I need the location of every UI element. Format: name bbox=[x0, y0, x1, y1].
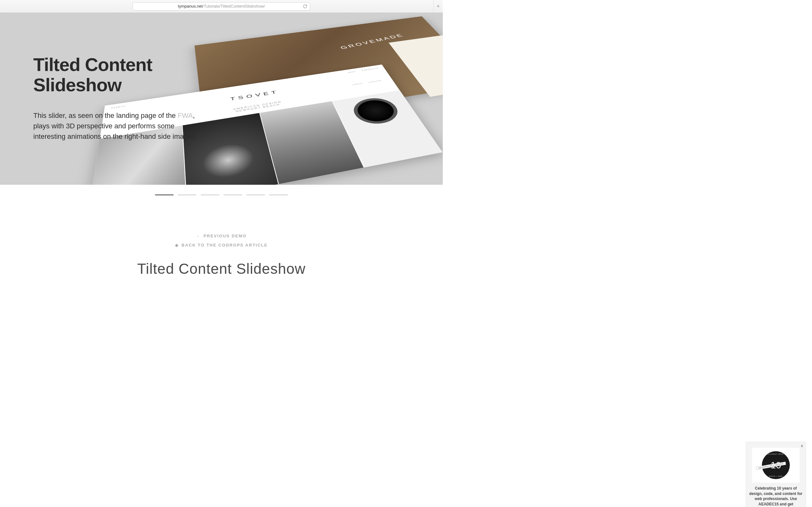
pagination-dot[interactable] bbox=[178, 194, 196, 195]
drop-icon: ◆ bbox=[175, 243, 179, 247]
address-bar[interactable]: tympanus.net/Tutorials/TiltedContentSlid… bbox=[133, 2, 310, 10]
hero-description: This slider, as seen on the landing page… bbox=[33, 110, 198, 142]
pagination-dot[interactable] bbox=[201, 194, 219, 195]
hero-section: Tilted Content Slideshow This slider, as… bbox=[0, 13, 443, 185]
hero-title: Tilted Content Slideshow bbox=[33, 55, 198, 95]
secondary-page-title: Tilted Content Slideshow bbox=[0, 260, 443, 276]
pagination-dot[interactable] bbox=[247, 194, 265, 195]
fwa-link[interactable]: FWA bbox=[177, 112, 193, 119]
watch-icon bbox=[349, 96, 404, 127]
reload-icon[interactable] bbox=[303, 4, 307, 9]
url-domain: tympanus.net bbox=[178, 4, 203, 9]
lower-nav: ←PREVIOUS DEMO ◆BACK TO THE CODROPS ARTI… bbox=[0, 233, 443, 247]
pagination-dot[interactable] bbox=[223, 194, 242, 195]
slide-pagination bbox=[0, 194, 443, 195]
arrow-left-icon: ← bbox=[196, 233, 201, 238]
pagination-dot[interactable] bbox=[269, 194, 288, 195]
previous-demo-link[interactable]: ←PREVIOUS DEMO bbox=[0, 233, 443, 238]
browser-toolbar: tympanus.net/Tutorials/TiltedContentSlid… bbox=[0, 0, 443, 13]
hero-text-block: Tilted Content Slideshow This slider, as… bbox=[33, 55, 198, 142]
new-tab-button[interactable]: + bbox=[433, 0, 443, 13]
url-path: /Tutorials/TiltedContentSlideshow/ bbox=[203, 4, 265, 9]
pagination-dot[interactable] bbox=[155, 194, 173, 195]
back-to-article-link[interactable]: ◆BACK TO THE CODROPS ARTICLE bbox=[0, 243, 443, 247]
